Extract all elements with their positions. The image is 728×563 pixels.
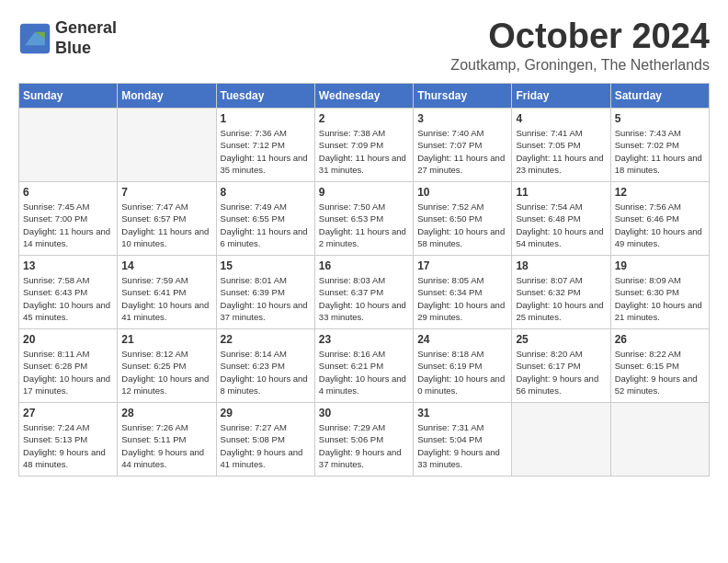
day-number: 12 xyxy=(615,186,705,199)
day-number: 29 xyxy=(221,407,311,419)
calendar-header: SundayMondayTuesdayWednesdayThursdayFrid… xyxy=(19,84,710,109)
calendar-day-cell: 21Sunrise: 8:12 AM Sunset: 6:25 PM Dayli… xyxy=(118,329,216,403)
day-info: Sunrise: 8:22 AM Sunset: 6:15 PM Dayligh… xyxy=(615,348,705,396)
calendar-day-cell: 16Sunrise: 8:03 AM Sunset: 6:37 PM Dayli… xyxy=(314,256,413,329)
calendar-day-cell xyxy=(118,109,216,182)
logo-line2: Blue xyxy=(55,39,117,59)
title-block: October 2024 Zoutkamp, Groningen, The Ne… xyxy=(450,18,710,74)
day-info: Sunrise: 8:03 AM Sunset: 6:37 PM Dayligh… xyxy=(319,274,409,323)
day-number: 19 xyxy=(615,259,705,272)
page-header: General Blue October 2024 Zoutkamp, Gron… xyxy=(18,18,710,74)
calendar-day-cell: 27Sunrise: 7:24 AM Sunset: 5:13 PM Dayli… xyxy=(19,403,118,477)
day-number: 15 xyxy=(221,259,311,272)
calendar-day-cell: 8Sunrise: 7:49 AM Sunset: 6:55 PM Daylig… xyxy=(216,182,314,256)
day-info: Sunrise: 7:38 AM Sunset: 7:09 PM Dayligh… xyxy=(319,127,409,176)
weekday-header: Monday xyxy=(118,84,216,109)
weekday-header: Thursday xyxy=(414,84,512,109)
calendar-day-cell: 26Sunrise: 8:22 AM Sunset: 6:15 PM Dayli… xyxy=(610,329,709,403)
calendar-week-row: 13Sunrise: 7:58 AM Sunset: 6:43 PM Dayli… xyxy=(19,256,710,329)
day-number: 17 xyxy=(417,259,507,272)
day-number: 21 xyxy=(121,333,211,346)
calendar-day-cell: 4Sunrise: 7:41 AM Sunset: 7:05 PM Daylig… xyxy=(512,109,610,182)
day-number: 16 xyxy=(319,259,409,272)
day-info: Sunrise: 7:59 AM Sunset: 6:41 PM Dayligh… xyxy=(121,274,211,323)
calendar-day-cell: 10Sunrise: 7:52 AM Sunset: 6:50 PM Dayli… xyxy=(414,182,512,256)
day-info: Sunrise: 7:26 AM Sunset: 5:11 PM Dayligh… xyxy=(121,421,211,470)
calendar-week-row: 27Sunrise: 7:24 AM Sunset: 5:13 PM Dayli… xyxy=(19,403,710,477)
calendar-day-cell: 23Sunrise: 8:16 AM Sunset: 6:21 PM Dayli… xyxy=(314,329,413,403)
day-info: Sunrise: 8:18 AM Sunset: 6:19 PM Dayligh… xyxy=(417,348,507,396)
day-info: Sunrise: 8:11 AM Sunset: 6:28 PM Dayligh… xyxy=(23,348,113,396)
calendar-day-cell: 11Sunrise: 7:54 AM Sunset: 6:48 PM Dayli… xyxy=(512,182,610,256)
calendar-day-cell: 5Sunrise: 7:43 AM Sunset: 7:02 PM Daylig… xyxy=(610,109,709,182)
day-number: 2 xyxy=(319,112,409,125)
weekday-header: Sunday xyxy=(19,84,118,109)
day-info: Sunrise: 8:05 AM Sunset: 6:34 PM Dayligh… xyxy=(417,274,507,323)
calendar-day-cell: 2Sunrise: 7:38 AM Sunset: 7:09 PM Daylig… xyxy=(314,109,413,182)
day-number: 7 xyxy=(121,186,211,199)
day-info: Sunrise: 7:29 AM Sunset: 5:06 PM Dayligh… xyxy=(319,421,409,470)
day-number: 14 xyxy=(121,259,211,272)
day-info: Sunrise: 7:50 AM Sunset: 6:53 PM Dayligh… xyxy=(319,201,409,249)
calendar-day-cell: 25Sunrise: 8:20 AM Sunset: 6:17 PM Dayli… xyxy=(512,329,610,403)
calendar-table: SundayMondayTuesdayWednesdayThursdayFrid… xyxy=(18,83,710,477)
weekday-header: Saturday xyxy=(610,84,709,109)
day-info: Sunrise: 7:41 AM Sunset: 7:05 PM Dayligh… xyxy=(516,127,606,176)
calendar-day-cell: 31Sunrise: 7:31 AM Sunset: 5:04 PM Dayli… xyxy=(414,403,512,477)
day-number: 13 xyxy=(23,259,113,272)
weekday-header: Tuesday xyxy=(216,84,314,109)
logo-line1: General xyxy=(55,18,117,39)
day-number: 18 xyxy=(516,259,606,272)
day-info: Sunrise: 8:14 AM Sunset: 6:23 PM Dayligh… xyxy=(221,348,311,396)
calendar-day-cell: 20Sunrise: 8:11 AM Sunset: 6:28 PM Dayli… xyxy=(19,329,118,403)
calendar-day-cell: 18Sunrise: 8:07 AM Sunset: 6:32 PM Dayli… xyxy=(512,256,610,329)
calendar-day-cell: 28Sunrise: 7:26 AM Sunset: 5:11 PM Dayli… xyxy=(118,403,216,477)
calendar-day-cell: 24Sunrise: 8:18 AM Sunset: 6:19 PM Dayli… xyxy=(414,329,512,403)
month-title: October 2024 xyxy=(450,18,710,53)
day-number: 22 xyxy=(221,333,311,346)
day-number: 6 xyxy=(23,186,113,199)
calendar-day-cell: 29Sunrise: 7:27 AM Sunset: 5:08 PM Dayli… xyxy=(216,403,314,477)
day-info: Sunrise: 7:54 AM Sunset: 6:48 PM Dayligh… xyxy=(516,201,606,249)
day-number: 9 xyxy=(319,186,409,199)
day-number: 10 xyxy=(417,186,507,199)
calendar-day-cell: 15Sunrise: 8:01 AM Sunset: 6:39 PM Dayli… xyxy=(216,256,314,329)
calendar-day-cell: 3Sunrise: 7:40 AM Sunset: 7:07 PM Daylig… xyxy=(414,109,512,182)
calendar-day-cell xyxy=(610,403,709,477)
day-number: 5 xyxy=(615,112,705,125)
weekday-row: SundayMondayTuesdayWednesdayThursdayFrid… xyxy=(19,84,710,109)
calendar-day-cell xyxy=(512,403,610,477)
calendar-day-cell: 1Sunrise: 7:36 AM Sunset: 7:12 PM Daylig… xyxy=(216,109,314,182)
day-number: 20 xyxy=(23,333,113,346)
calendar-day-cell: 6Sunrise: 7:45 AM Sunset: 7:00 PM Daylig… xyxy=(19,182,118,256)
day-info: Sunrise: 7:52 AM Sunset: 6:50 PM Dayligh… xyxy=(417,201,507,249)
day-info: Sunrise: 8:16 AM Sunset: 6:21 PM Dayligh… xyxy=(319,348,409,396)
calendar-day-cell: 22Sunrise: 8:14 AM Sunset: 6:23 PM Dayli… xyxy=(216,329,314,403)
day-number: 23 xyxy=(319,333,409,346)
calendar-day-cell: 12Sunrise: 7:56 AM Sunset: 6:46 PM Dayli… xyxy=(610,182,709,256)
day-info: Sunrise: 8:01 AM Sunset: 6:39 PM Dayligh… xyxy=(221,274,311,323)
calendar-week-row: 20Sunrise: 8:11 AM Sunset: 6:28 PM Dayli… xyxy=(19,329,710,403)
weekday-header: Wednesday xyxy=(314,84,413,109)
day-number: 8 xyxy=(221,186,311,199)
day-info: Sunrise: 7:40 AM Sunset: 7:07 PM Dayligh… xyxy=(417,127,507,176)
location: Zoutkamp, Groningen, The Netherlands xyxy=(450,57,710,74)
day-info: Sunrise: 7:45 AM Sunset: 7:00 PM Dayligh… xyxy=(23,201,113,249)
day-number: 11 xyxy=(516,186,606,199)
logo: General Blue xyxy=(18,18,117,58)
calendar-week-row: 6Sunrise: 7:45 AM Sunset: 7:00 PM Daylig… xyxy=(19,182,710,256)
day-info: Sunrise: 7:27 AM Sunset: 5:08 PM Dayligh… xyxy=(221,421,311,470)
day-info: Sunrise: 8:12 AM Sunset: 6:25 PM Dayligh… xyxy=(121,348,211,396)
day-info: Sunrise: 7:24 AM Sunset: 5:13 PM Dayligh… xyxy=(23,421,113,470)
day-info: Sunrise: 7:36 AM Sunset: 7:12 PM Dayligh… xyxy=(221,127,311,176)
day-number: 26 xyxy=(615,333,705,346)
calendar-day-cell: 30Sunrise: 7:29 AM Sunset: 5:06 PM Dayli… xyxy=(314,403,413,477)
day-number: 1 xyxy=(221,112,311,125)
day-number: 3 xyxy=(417,112,507,125)
day-info: Sunrise: 7:56 AM Sunset: 6:46 PM Dayligh… xyxy=(615,201,705,249)
day-info: Sunrise: 7:43 AM Sunset: 7:02 PM Dayligh… xyxy=(615,127,705,176)
day-info: Sunrise: 7:31 AM Sunset: 5:04 PM Dayligh… xyxy=(417,421,507,470)
day-number: 30 xyxy=(319,407,409,419)
day-info: Sunrise: 8:20 AM Sunset: 6:17 PM Dayligh… xyxy=(516,348,606,396)
weekday-header: Friday xyxy=(512,84,610,109)
